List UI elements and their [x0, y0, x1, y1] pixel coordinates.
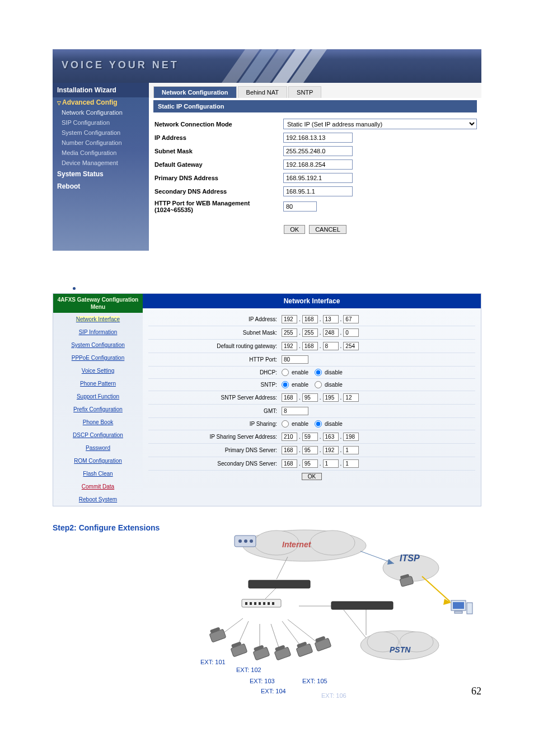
sidebar2-password[interactable]: Password: [53, 442, 143, 454]
sidebar2-network-interface[interactable]: Network Interface: [53, 313, 143, 326]
input2-sntp-1[interactable]: [302, 393, 318, 402]
input2-gmt[interactable]: [282, 407, 308, 415]
radio-ips-disable[interactable]: [315, 420, 322, 428]
label-ext101: EXT: 101: [200, 659, 226, 665]
input2-pdns-3[interactable]: [343, 446, 359, 454]
sidebar2-flash[interactable]: Flash Clean: [53, 467, 143, 480]
input2-sdns-0[interactable]: [282, 459, 297, 468]
sidebar2-system-config[interactable]: System Configuration: [53, 339, 143, 351]
bullet: [73, 284, 534, 291]
input2-pdns-2[interactable]: [323, 446, 339, 454]
input2-sntp-2[interactable]: [323, 393, 339, 402]
sidebar2-phone-pattern[interactable]: Phone Pattern: [53, 377, 143, 390]
radio-dhcp-disable[interactable]: [315, 369, 322, 376]
label2-pdns: Primary DNS Server:: [148, 447, 282, 453]
input2-sntp-0[interactable]: [282, 393, 297, 402]
sidebar2-prefix[interactable]: Prefix Configuration: [53, 403, 143, 416]
input2-http[interactable]: [282, 355, 308, 364]
banner-decor: [229, 49, 369, 83]
radio-dhcp-enable[interactable]: [282, 369, 289, 376]
sidebar-item-number[interactable]: Number Configuration: [53, 138, 149, 148]
label2-ips-srv: IP Sharing Server Address:: [148, 434, 282, 440]
svg-rect-34: [272, 602, 274, 605]
svg-rect-29: [250, 602, 252, 605]
input2-pdns-1[interactable]: [302, 446, 318, 454]
input2-sdns-2[interactable]: [323, 459, 339, 468]
ok-button[interactable]: OK: [284, 225, 305, 234]
radio-sntp-disable[interactable]: [315, 381, 322, 388]
input-ip[interactable]: [283, 133, 353, 143]
input-subnet[interactable]: [283, 146, 353, 156]
input2-ip-1[interactable]: [302, 315, 318, 323]
cancel-button[interactable]: CANCEL: [309, 225, 346, 234]
select-conn-mode[interactable]: Static IP (Set IP address manually): [283, 119, 477, 129]
svg-point-23: [238, 539, 242, 543]
input-http-port[interactable]: [283, 201, 317, 212]
input2-sm-2[interactable]: [323, 328, 339, 337]
sidebar2-voice[interactable]: Voice Setting: [53, 364, 143, 377]
input2-gw-3[interactable]: [343, 342, 359, 350]
sidebar-item-network[interactable]: Network Configuration: [53, 107, 149, 118]
label-ext102: EXT: 102: [236, 666, 261, 673]
radio-sntp-enable[interactable]: [282, 381, 289, 388]
svg-line-20: [282, 621, 302, 647]
input2-ip-0[interactable]: [282, 315, 297, 323]
input2-sm-1[interactable]: [302, 328, 318, 337]
input2-sdns-3[interactable]: [343, 459, 359, 468]
svg-rect-33: [268, 602, 270, 605]
sidebar-reboot[interactable]: Reboot: [53, 180, 149, 192]
label2-subnet: Subnet Mask:: [148, 330, 282, 336]
input2-gw-1[interactable]: [302, 342, 318, 350]
svg-point-24: [244, 539, 247, 543]
input2-sdns-1[interactable]: [302, 459, 318, 468]
input2-ips-3[interactable]: [343, 433, 359, 441]
label2-dhcp: DHCP:: [148, 369, 282, 375]
sidebar2-support[interactable]: Support Function: [53, 390, 143, 403]
panel-title: Static IP Configuration: [153, 100, 477, 112]
page-number: 62: [471, 685, 481, 697]
svg-line-21: [288, 619, 318, 644]
radio-ips-enable[interactable]: [282, 420, 289, 428]
input2-ip-3[interactable]: [343, 315, 359, 323]
sidebar1: Installation Wizard Advanced Config Netw…: [53, 83, 149, 251]
input-gateway[interactable]: [283, 159, 353, 170]
sidebar-item-device[interactable]: Device Management: [53, 158, 149, 168]
banner-title: VOICE YOUR NET: [62, 59, 179, 71]
sidebar2-reboot[interactable]: Reboot System: [53, 493, 143, 506]
svg-rect-53: [467, 603, 472, 614]
sidebar-install-wizard[interactable]: Installation Wizard: [53, 83, 149, 97]
step2-title: Step2: Configure Extensions: [53, 523, 160, 532]
sidebar-item-sip[interactable]: SIP Configuration: [53, 118, 149, 128]
tabs: Network Configuration Behind NAT SNTP: [149, 83, 481, 98]
sidebar-item-system[interactable]: System Configuration: [53, 128, 149, 138]
network-diagram: Internet ITSP PSTN EXT: 101 EXT: 102 EXT…: [187, 523, 478, 702]
input2-ips-0[interactable]: [282, 433, 297, 441]
sidebar2-commit[interactable]: Commit Data: [53, 480, 143, 493]
sidebar-system-status[interactable]: System Status: [53, 168, 149, 180]
svg-rect-52: [455, 611, 462, 613]
sidebar-advanced-config[interactable]: Advanced Config: [53, 97, 149, 107]
label-sdns: Secondary DNS Address: [153, 188, 283, 195]
sidebar2-phonebook[interactable]: Phone Book: [53, 416, 143, 429]
sidebar2-dscp[interactable]: DSCP Configuration: [53, 429, 143, 442]
tab-behind-nat[interactable]: Behind NAT: [238, 86, 288, 98]
input2-ip-2[interactable]: [323, 315, 339, 323]
ok2-button[interactable]: OK: [302, 473, 322, 480]
input2-sm-0[interactable]: [282, 328, 297, 337]
tab-sntp[interactable]: SNTP: [288, 86, 321, 98]
input2-ips-2[interactable]: [323, 433, 339, 441]
input2-sm-3[interactable]: [343, 328, 359, 337]
sidebar2-sip-info[interactable]: SIP Information: [53, 326, 143, 339]
input2-sntp-3[interactable]: [343, 393, 359, 402]
sidebar2-pppoe[interactable]: PPPoE Configuration: [53, 351, 143, 364]
input2-gw-2[interactable]: [323, 342, 339, 350]
sidebar-item-media[interactable]: Media Configuration: [53, 148, 149, 158]
tab-network-config[interactable]: Network Configuration: [153, 86, 237, 98]
input-pdns[interactable]: [283, 173, 353, 183]
input2-pdns-0[interactable]: [282, 446, 297, 454]
sidebar2-rom[interactable]: ROM Configuration: [53, 454, 143, 467]
main2-header: Network Interface: [143, 294, 481, 308]
input-sdns[interactable]: [283, 186, 353, 196]
input2-gw-0[interactable]: [282, 342, 297, 350]
input2-ips-1[interactable]: [302, 433, 318, 441]
